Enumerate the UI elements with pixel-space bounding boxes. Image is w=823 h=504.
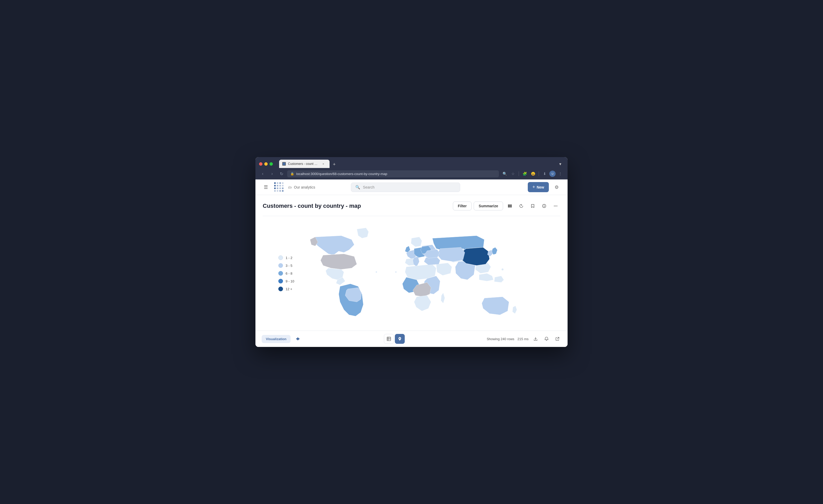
world-map-container xyxy=(263,221,560,325)
legend-dot-2 xyxy=(278,263,283,268)
nav-right-actions: + New ⚙ xyxy=(528,182,561,192)
legend-label-1: 1 - 2 xyxy=(286,256,292,260)
filter-button[interactable]: Filter xyxy=(453,201,472,210)
legend-item-3: 6 - 8 xyxy=(278,271,294,276)
hamburger-menu-button[interactable]: ☰ xyxy=(262,183,270,191)
query-time-text: 215 ms xyxy=(517,337,528,341)
browser-dropdown-button[interactable]: ▾ xyxy=(557,160,564,167)
svg-rect-1 xyxy=(508,204,509,207)
summarize-button[interactable]: Summarize xyxy=(474,201,503,210)
svg-point-13 xyxy=(376,271,377,273)
new-button[interactable]: + New xyxy=(528,182,549,192)
download-results-button[interactable] xyxy=(532,335,539,343)
svg-rect-5 xyxy=(544,206,544,207)
logo-dot-15 xyxy=(279,190,281,192)
logo-dot-10 xyxy=(277,187,278,189)
breadcrumb[interactable]: 🗁 Our analytics xyxy=(288,185,315,189)
question-title: Customers - count by country - map xyxy=(263,203,361,209)
plus-icon: + xyxy=(532,184,535,190)
logo-dot-5 xyxy=(274,185,276,186)
new-tab-button[interactable]: + xyxy=(331,161,338,168)
tab-title: Customers - count by countr… xyxy=(288,162,319,166)
legend-label-3: 6 - 8 xyxy=(286,272,292,276)
tab-favicon xyxy=(282,162,286,166)
folder-icon: 🗁 xyxy=(288,185,292,189)
info-icon[interactable] xyxy=(539,201,549,211)
separator-2 xyxy=(539,171,539,176)
svg-point-11 xyxy=(395,271,397,273)
alert-button[interactable] xyxy=(542,335,550,343)
map-legend: 1 - 2 3 - 5 6 - 8 9 - 10 xyxy=(278,256,294,291)
legend-item-5: 12 + xyxy=(278,287,294,291)
close-traffic-light[interactable] xyxy=(259,162,263,166)
forward-button[interactable]: › xyxy=(269,170,276,177)
profile-avatar[interactable]: U xyxy=(549,171,555,177)
url-text: localhost:3000/question/68-customers-cou… xyxy=(296,172,387,176)
question-actions: Filter Summarize xyxy=(453,201,560,211)
question-header: Customers - count by country - map Filte… xyxy=(263,201,560,216)
back-button[interactable]: ‹ xyxy=(259,170,266,177)
legend-label-2: 3 - 5 xyxy=(286,264,292,268)
svg-rect-2 xyxy=(509,204,510,207)
logo-dot-8 xyxy=(282,185,284,186)
showing-rows-text: Showing 240 rows xyxy=(487,337,514,341)
world-map-svg xyxy=(295,224,528,323)
browser-window: Customers - count by countr… × + ▾ ‹ › ↻… xyxy=(256,157,567,347)
separator xyxy=(519,171,519,176)
extension-icon[interactable]: 🧩 xyxy=(521,170,528,177)
logo-dot-1 xyxy=(274,182,276,184)
search-placeholder-text: Search xyxy=(363,185,374,189)
legend-dot-5 xyxy=(278,287,283,291)
logo-dot-6 xyxy=(277,185,278,186)
logo-dot-3 xyxy=(279,182,281,184)
logo-dot-7 xyxy=(279,185,281,186)
address-bar[interactable]: 🔒 localhost:3000/question/68-customers-c… xyxy=(287,170,499,177)
search-bar[interactable]: 🔍 Search xyxy=(351,183,460,192)
tab-close-button[interactable]: × xyxy=(321,162,325,166)
logo-dot-13 xyxy=(274,190,276,192)
emoji-icon[interactable]: 😀 xyxy=(529,170,537,177)
logo-dots xyxy=(274,182,284,192)
download-icon[interactable]: ⬇ xyxy=(541,170,548,177)
active-tab[interactable]: Customers - count by countr… × xyxy=(279,160,330,168)
legend-dot-3 xyxy=(278,271,283,276)
browser-addressbar: ‹ › ↻ 🔒 localhost:3000/question/68-custo… xyxy=(256,168,567,179)
legend-label-4: 9 - 10 xyxy=(286,279,294,283)
svg-rect-0 xyxy=(283,163,285,165)
map-section: 1 - 2 3 - 5 6 - 8 9 - 10 xyxy=(263,216,560,331)
logo-dot-2 xyxy=(277,182,278,184)
breadcrumb-label: Our analytics xyxy=(294,185,315,189)
table-view-button[interactable] xyxy=(384,334,394,344)
minimize-traffic-light[interactable] xyxy=(264,162,268,166)
map-view-button[interactable] xyxy=(395,334,405,344)
visualization-settings-button[interactable] xyxy=(294,335,302,343)
tabs-bar: Customers - count by countr… × + xyxy=(279,160,553,168)
settings-button[interactable]: ⚙ xyxy=(552,183,561,192)
external-link-button[interactable] xyxy=(553,335,561,343)
browser-actions: 🔍 ☆ 🧩 😀 ⬇ U ⋮ xyxy=(501,170,564,177)
refresh-button[interactable]: ↻ xyxy=(278,170,285,177)
browser-titlebar: Customers - count by countr… × + ▾ xyxy=(256,157,567,168)
logo-dot-12 xyxy=(282,187,284,189)
search-input-box[interactable]: 🔍 Search xyxy=(351,183,460,192)
app-logo[interactable] xyxy=(274,182,284,192)
visualization-button[interactable]: Visualization xyxy=(262,335,291,343)
browser-chrome: Customers - count by countr… × + ▾ ‹ › ↻… xyxy=(256,157,567,179)
logo-dot-14 xyxy=(277,190,278,192)
bookmark-icon[interactable] xyxy=(528,201,537,211)
columns-icon[interactable] xyxy=(505,201,514,211)
menu-icon[interactable]: ⋮ xyxy=(557,170,564,177)
legend-item-2: 3 - 5 xyxy=(278,263,294,268)
zoom-icon[interactable]: 🔍 xyxy=(501,170,508,177)
logo-dot-9 xyxy=(274,187,276,189)
refresh-icon[interactable] xyxy=(517,201,526,211)
maximize-traffic-light[interactable] xyxy=(270,162,273,166)
svg-point-4 xyxy=(544,205,544,205)
logo-dot-16 xyxy=(282,190,284,192)
more-options-icon[interactable] xyxy=(551,201,560,211)
svg-rect-14 xyxy=(387,337,391,341)
svg-point-9 xyxy=(557,206,557,206)
bookmark-star-icon[interactable]: ☆ xyxy=(509,170,517,177)
traffic-lights xyxy=(259,162,273,166)
legend-label-5: 12 + xyxy=(286,287,292,291)
